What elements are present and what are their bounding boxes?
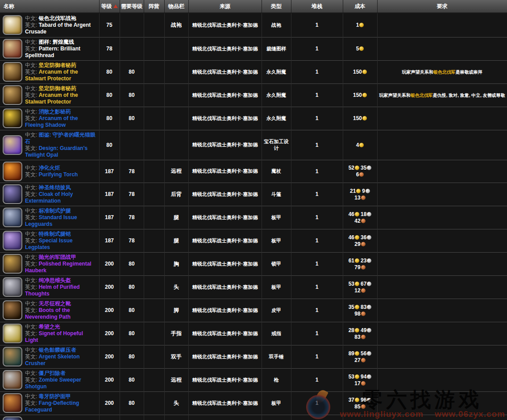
item-name-cn-link[interactable]: 坚定防御者秘药 xyxy=(39,62,76,68)
item-source-link[interactable]: 精锐北伐军战士奥利卡·塞加德 xyxy=(188,37,262,60)
column-header-requirement[interactable]: 要求 xyxy=(377,0,507,13)
item-name-cn-link[interactable]: 消散之影秘药 xyxy=(39,108,71,115)
item-name-cn-link[interactable]: 希望之光 xyxy=(39,324,60,330)
column-header-faction[interactable]: 阵营 xyxy=(144,0,164,13)
item-level: 200 xyxy=(99,345,120,368)
requirement-cell xyxy=(377,252,507,275)
hauberk-icon[interactable] xyxy=(3,254,22,274)
item-source-link[interactable]: 精锐北伐军战士奥利卡·塞加德 xyxy=(188,345,262,368)
item-source-link[interactable]: 精锐北伐军战士奥利卡·塞加德 xyxy=(188,229,262,252)
item-source-link[interactable]: 精锐北伐军战士奥利卡·塞加德 xyxy=(188,107,262,130)
item-source-link[interactable]: 精锐北伐军战士奥利卡·塞加德 xyxy=(188,183,262,206)
name-cell: 中文: 图鉴: 守护者的曙光猫眼石 英文: Design: Guardian's… xyxy=(0,130,99,160)
item-source-link[interactable]: 精锐北伐军战士奥利卡·塞加德 xyxy=(188,206,262,229)
cost-silver: 49 xyxy=(361,327,371,333)
item-slot: 双手 xyxy=(164,345,188,368)
item-source-link[interactable]: 精锐北伐军战士奥利卡·塞加德 xyxy=(188,83,262,107)
item-name-cn-link[interactable]: 无尽征程之靴 xyxy=(39,300,71,307)
column-header-cost[interactable]: 成本 xyxy=(343,0,377,13)
boots-icon[interactable] xyxy=(3,300,22,320)
item-source-link[interactable]: 精锐北伐军战士奥利卡·塞加德 xyxy=(188,299,262,322)
item-level: 200 xyxy=(99,322,120,345)
helm-icon[interactable] xyxy=(3,277,22,297)
item-type: 戒指 xyxy=(262,322,291,345)
item-level: 80 xyxy=(99,130,120,160)
item-name-cn-link[interactable]: 僵尸扫除者 xyxy=(39,370,66,376)
column-header-level[interactable]: 等级 xyxy=(99,0,120,13)
item-name-cn-link[interactable]: 标准制式护腿 xyxy=(39,208,71,214)
cost-cell: 379685 xyxy=(343,391,377,415)
item-type: 板甲 xyxy=(262,206,291,229)
required-level xyxy=(120,130,144,160)
table-row: 中文: 净化火炬 英文: Purifying Torch 187 78 远程 精… xyxy=(0,160,507,183)
requirement-cell xyxy=(377,130,507,160)
cost-copper: 12 xyxy=(354,287,365,294)
item-source-link[interactable]: 精锐北伐军战士奥利卡·塞加德 xyxy=(188,415,262,420)
arcanum-scroll-icon[interactable] xyxy=(3,62,22,82)
column-header-source[interactable]: 来源 xyxy=(188,0,262,13)
item-source-link[interactable]: 精锐北伐军战士奥利卡·塞加德 xyxy=(188,368,262,391)
design-scroll-icon[interactable] xyxy=(3,135,22,155)
faction-link[interactable]: 银色北伐军 xyxy=(433,70,456,75)
copper-coin-icon xyxy=(361,358,366,362)
silver-coin-icon xyxy=(367,328,371,333)
item-source-link[interactable]: 精锐北伐军战士奥利卡·塞加德 xyxy=(188,275,262,299)
item-name-cn-link[interactable]: 神圣终结披风 xyxy=(39,184,71,191)
gold-coin-icon xyxy=(355,282,359,286)
item-name-cn-link[interactable]: 坚定防御者秘药 xyxy=(39,85,76,91)
sort-ascending-icon[interactable] xyxy=(113,4,118,8)
cost-silver: 9 xyxy=(362,188,370,194)
stack-count: 1 xyxy=(291,252,343,275)
cost-gold: 4 xyxy=(356,142,364,148)
requirement-cell xyxy=(377,229,507,252)
legplates-icon[interactable] xyxy=(3,231,22,250)
item-source-link[interactable]: 精锐北伐军战士奥利卡·塞加德 xyxy=(188,13,262,37)
item-level: 187 xyxy=(99,183,120,206)
torch-icon[interactable] xyxy=(3,162,22,181)
requirement-cell: 玩家声望关系和银色北伐军是崇敬或崇拜 xyxy=(377,60,507,83)
column-header-req_level[interactable]: 需要等级 xyxy=(120,0,144,13)
table-row: 中文: 银色北伐军战袍 英文: Tabard of the Argent Cru… xyxy=(0,13,507,37)
hammer-icon[interactable] xyxy=(3,347,22,366)
item-name-cn-link[interactable]: 银色骷髅碾压者 xyxy=(39,347,76,353)
item-name-cn-link[interactable]: 纯净思维头盔 xyxy=(39,277,71,283)
name-cell: 中文: 僵尸扫除者 英文: Zombie Sweeper Shotgun xyxy=(0,368,99,391)
shadow-arcanum-icon[interactable] xyxy=(3,108,22,128)
legguards-icon[interactable] xyxy=(3,208,22,227)
cost-silver: 56 xyxy=(361,350,371,357)
mender-helm-icon[interactable] xyxy=(3,416,22,420)
item-name-cn-link[interactable]: 银色北伐军战袍 xyxy=(39,15,76,21)
column-header-stack[interactable]: 堆栈 xyxy=(291,0,343,13)
faceguard-icon[interactable] xyxy=(3,393,22,413)
item-source-link[interactable]: 精锐北伐军战士奥利卡·塞加德 xyxy=(188,130,262,160)
item-type: 皮甲 xyxy=(262,299,291,322)
item-source-link[interactable]: 精锐北伐军战士奥利卡·塞加德 xyxy=(188,252,262,275)
item-name-cn-link[interactable]: 毒牙防护面甲 xyxy=(39,393,71,399)
arcanum-scroll-icon[interactable] xyxy=(3,85,22,105)
ring-icon[interactable] xyxy=(3,324,22,343)
item-name-cn-link[interactable]: 图样: 辉煌魔线 xyxy=(39,39,74,45)
column-header-type[interactable]: 类型 xyxy=(262,0,291,13)
cn-label: 中文: xyxy=(25,254,39,260)
column-header-name[interactable]: 名称 xyxy=(0,0,99,13)
tabard-icon[interactable] xyxy=(3,15,22,35)
faction-link[interactable]: 银色北伐军 xyxy=(411,93,433,98)
required-level: 78 xyxy=(120,183,144,206)
stack-count: 1 xyxy=(291,37,343,60)
item-name-cn-link[interactable]: 特殊制式腿铠 xyxy=(39,231,71,237)
gold-coin-icon xyxy=(359,143,364,147)
table-row: 中文: 图样: 辉煌魔线 英文: Pattern: Brilliant Spel… xyxy=(0,37,507,60)
item-name-en-link[interactable]: Purifying Torch xyxy=(39,171,78,178)
item-name-cn-link[interactable]: 净化火炬 xyxy=(39,165,60,171)
required-level: 80 xyxy=(120,345,144,368)
cloak-icon[interactable] xyxy=(3,184,22,204)
pattern-scroll-icon[interactable] xyxy=(3,39,22,58)
item-source-link[interactable]: 精锐北伐军战士奥利卡·塞加德 xyxy=(188,60,262,83)
item-source-link[interactable]: 精锐北伐军战士奥利卡·塞加德 xyxy=(188,322,262,345)
column-header-slot[interactable]: 物品栏 xyxy=(164,0,188,13)
item-source-link[interactable]: 精锐北伐军战士奥利卡·塞加德 xyxy=(188,160,262,183)
shotgun-icon[interactable] xyxy=(3,370,22,390)
item-source-link[interactable]: 精锐北伐军战士奥利卡·塞加德 xyxy=(188,391,262,415)
cost-silver: 83 xyxy=(361,304,371,310)
item-name-cn-link[interactable]: 抛光的军团战甲 xyxy=(39,254,76,260)
